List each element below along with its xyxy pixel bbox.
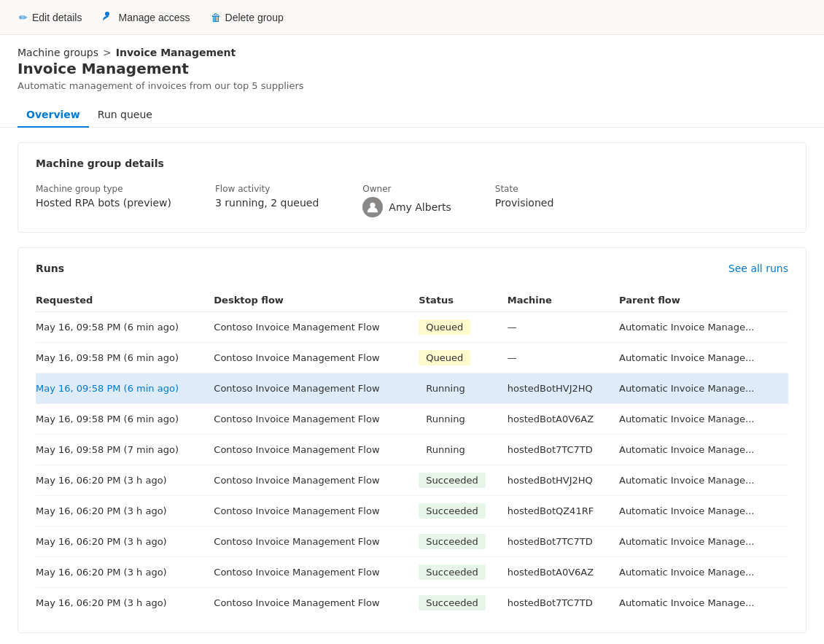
svg-point-0: [105, 12, 109, 16]
manage-icon: [102, 10, 114, 24]
breadcrumb: Machine groups > Invoice Management: [18, 47, 806, 58]
cell-desktop-flow: Contoso Invoice Management Flow: [214, 527, 419, 557]
avatar: [362, 197, 383, 217]
cell-status: Queued: [419, 312, 507, 343]
delete-group-button[interactable]: 🗑 Delete group: [203, 7, 291, 28]
main-content: Machine group details Machine group type…: [0, 128, 824, 644]
cell-parent-flow: Automatic Invoice Manage...: [619, 465, 788, 496]
status-badge: Succeeded: [419, 595, 485, 610]
table-row[interactable]: May 16, 09:58 PM (6 min ago)Contoso Invo…: [36, 373, 788, 404]
cell-status: Running: [419, 435, 507, 465]
table-row[interactable]: May 16, 06:20 PM (3 h ago)Contoso Invoic…: [36, 557, 788, 588]
col-parent-flow: Parent flow: [619, 289, 788, 312]
details-owner: Owner Amy Alberts: [362, 184, 451, 217]
owner-value: Amy Alberts: [389, 201, 451, 213]
cell-machine: —: [508, 312, 619, 343]
delete-label: Delete group: [225, 12, 284, 23]
runs-header: Runs See all runs: [36, 263, 788, 274]
cell-machine: hostedBotA0V6AZ: [508, 557, 619, 588]
cell-parent-flow: Automatic Invoice Manage...: [619, 496, 788, 527]
machine-group-type-value: Hosted RPA bots (preview): [36, 197, 171, 209]
status-badge: Succeeded: [419, 503, 485, 519]
cell-parent-flow: Automatic Invoice Manage...: [619, 435, 788, 465]
svg-point-1: [370, 203, 376, 208]
cell-desktop-flow: Contoso Invoice Management Flow: [214, 343, 419, 373]
toolbar: ✏ Edit details Manage access 🗑 Delete gr…: [0, 0, 824, 35]
cell-requested: May 16, 09:58 PM (6 min ago): [36, 343, 214, 373]
breadcrumb-separator: >: [103, 47, 112, 58]
edit-label: Edit details: [32, 12, 82, 23]
cell-status: Running: [419, 373, 507, 404]
status-badge: Succeeded: [419, 565, 485, 580]
table-row[interactable]: May 16, 09:58 PM (7 min ago)Contoso Invo…: [36, 435, 788, 465]
table-row[interactable]: May 16, 09:58 PM (6 min ago)Contoso Invo…: [36, 312, 788, 343]
machine-group-details-card: Machine group details Machine group type…: [18, 142, 806, 233]
page-header: Machine groups > Invoice Management Invo…: [0, 35, 824, 91]
cell-desktop-flow: Contoso Invoice Management Flow: [214, 373, 419, 404]
cell-requested: May 16, 09:58 PM (7 min ago): [36, 435, 214, 465]
see-all-runs-link[interactable]: See all runs: [728, 263, 788, 274]
cell-parent-flow: Automatic Invoice Manage...: [619, 557, 788, 588]
tab-run-queue[interactable]: Run queue: [89, 103, 161, 128]
status-badge: Running: [419, 411, 472, 427]
status-badge: Queued: [419, 319, 470, 335]
cell-requested: May 16, 06:20 PM (3 h ago): [36, 588, 214, 618]
delete-icon: 🗑: [211, 12, 221, 23]
manage-label: Manage access: [118, 12, 190, 23]
table-row[interactable]: May 16, 06:20 PM (3 h ago)Contoso Invoic…: [36, 527, 788, 557]
cell-machine: hostedBotHVJ2HQ: [508, 465, 619, 496]
runs-title: Runs: [36, 263, 64, 274]
cell-requested: May 16, 06:20 PM (3 h ago): [36, 465, 214, 496]
status-badge: Queued: [419, 350, 470, 365]
cell-parent-flow: Automatic Invoice Manage...: [619, 373, 788, 404]
cell-machine: hostedBot7TC7TD: [508, 588, 619, 618]
table-row[interactable]: May 16, 09:58 PM (6 min ago)Contoso Invo…: [36, 404, 788, 435]
cell-desktop-flow: Contoso Invoice Management Flow: [214, 435, 419, 465]
cell-machine: hostedBot7TC7TD: [508, 527, 619, 557]
edit-details-button[interactable]: ✏ Edit details: [12, 7, 89, 28]
status-badge: Running: [419, 381, 472, 396]
owner-label: Owner: [362, 184, 451, 194]
cell-machine: —: [508, 343, 619, 373]
table-row[interactable]: May 16, 09:58 PM (6 min ago)Contoso Invo…: [36, 343, 788, 373]
cell-requested: May 16, 06:20 PM (3 h ago): [36, 527, 214, 557]
cell-machine: hostedBotA0V6AZ: [508, 404, 619, 435]
cell-status: Queued: [419, 343, 507, 373]
cell-status: Succeeded: [419, 527, 507, 557]
state-value: Provisioned: [495, 197, 554, 209]
manage-access-button[interactable]: Manage access: [95, 6, 197, 28]
status-badge: Succeeded: [419, 473, 485, 488]
cell-parent-flow: Automatic Invoice Manage...: [619, 588, 788, 618]
cell-status: Succeeded: [419, 465, 507, 496]
details-card-title: Machine group details: [36, 158, 788, 169]
cell-status: Running: [419, 404, 507, 435]
breadcrumb-parent-link[interactable]: Machine groups: [18, 47, 98, 58]
table-row[interactable]: May 16, 06:20 PM (3 h ago)Contoso Invoic…: [36, 465, 788, 496]
runs-table: Requested Desktop flow Status Machine Pa…: [36, 289, 788, 618]
page-subtitle: Automatic management of invoices from ou…: [18, 80, 806, 91]
cell-desktop-flow: Contoso Invoice Management Flow: [214, 312, 419, 343]
details-state: State Provisioned: [495, 184, 554, 209]
tab-overview[interactable]: Overview: [18, 103, 89, 128]
cell-parent-flow: Automatic Invoice Manage...: [619, 312, 788, 343]
cell-parent-flow: Automatic Invoice Manage...: [619, 527, 788, 557]
table-row[interactable]: May 16, 06:20 PM (3 h ago)Contoso Invoic…: [36, 496, 788, 527]
cell-status: Succeeded: [419, 588, 507, 618]
cell-desktop-flow: Contoso Invoice Management Flow: [214, 557, 419, 588]
cell-desktop-flow: Contoso Invoice Management Flow: [214, 588, 419, 618]
details-grid: Machine group type Hosted RPA bots (prev…: [36, 184, 788, 217]
details-flow-activity: Flow activity 3 running, 2 queued: [215, 184, 319, 209]
cell-requested: May 16, 09:58 PM (6 min ago): [36, 404, 214, 435]
cell-machine: hostedBotHVJ2HQ: [508, 373, 619, 404]
runs-card: Runs See all runs Requested Desktop flow…: [18, 247, 806, 633]
status-badge: Running: [419, 442, 472, 457]
machine-group-type-label: Machine group type: [36, 184, 171, 194]
requested-link[interactable]: May 16, 09:58 PM (6 min ago): [36, 383, 179, 394]
cell-requested: May 16, 09:58 PM (6 min ago): [36, 312, 214, 343]
cell-desktop-flow: Contoso Invoice Management Flow: [214, 404, 419, 435]
edit-icon: ✏: [19, 12, 28, 23]
details-machine-group-type: Machine group type Hosted RPA bots (prev…: [36, 184, 171, 209]
cell-requested: May 16, 06:20 PM (3 h ago): [36, 496, 214, 527]
state-label: State: [495, 184, 554, 194]
table-row[interactable]: May 16, 06:20 PM (3 h ago)Contoso Invoic…: [36, 588, 788, 618]
